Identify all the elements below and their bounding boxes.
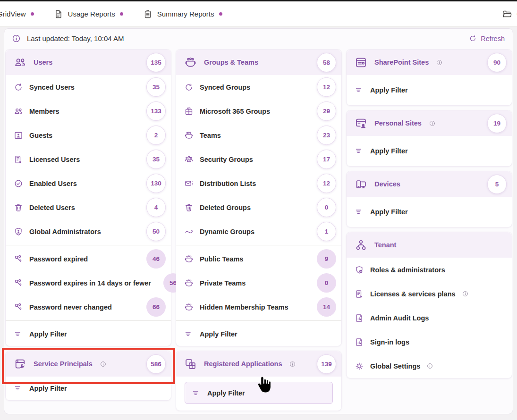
count-badge: 35 [146,77,166,97]
card-header-tenant[interactable]: Tenant [347,232,512,258]
apply-filter-button[interactable]: Apply Filter [347,136,512,166]
stat-row-dynamic-groups[interactable]: Dynamic Groups1 [176,219,341,244]
refresh-label: Refresh [481,35,505,42]
stat-row-global-settings[interactable]: Global Settings [347,354,512,378]
stat-row-password-expired[interactable]: Password expired46 [6,247,171,271]
count-badge: 12 [317,174,336,193]
people-community-icon [184,155,194,164]
stat-row-synced-users[interactable]: Synced Users35 [6,75,171,99]
tab-summary-reports[interactable]: Summary Reports [133,1,232,26]
card-header-registered-applications[interactable]: Registered Applications139 [176,351,341,377]
stat-row-password-never-changed[interactable]: Password never changed66 [6,295,171,319]
apply-filter-button[interactable]: Apply Filter [347,75,512,105]
unsaved-dot-icon [219,12,222,16]
count-badge: 586 [146,354,166,374]
info-icon [11,34,21,43]
trash-icon [184,203,194,212]
stat-row-licenses-services-plans[interactable]: Licenses & services plans [347,282,512,306]
shield-check-icon [355,265,364,275]
info-icon [436,59,443,66]
teams-icon [184,131,194,140]
stat-row-sign-in-logs[interactable]: Sign-in logs [347,330,512,354]
stat-label: Hidden Membership Teams [200,303,288,311]
card-sharepoint-sites: SharePoint Sites90Apply Filter [346,49,512,106]
stat-row-deleted-users[interactable]: Deleted Users4 [6,195,171,219]
tab-usage-reports[interactable]: Usage Reports [44,1,133,26]
apply-filter-button[interactable]: Apply Filter [6,377,171,400]
key-icon [14,254,23,264]
count-badge: 46 [146,249,166,269]
stat-label: Microsoft 365 Groups [200,108,270,115]
stat-label: Guests [29,132,52,139]
count-badge: 58 [317,53,336,72]
stat-row-roles-administrators[interactable]: Roles & administrators [347,258,512,282]
teams-icon [184,56,197,69]
stat-row-private-teams[interactable]: Private Teams0 [176,271,341,295]
stat-row-enabled-users[interactable]: Enabled Users130 [6,171,171,195]
cards-grid: Users135Synced Users35Members133Guests2L… [4,48,513,411]
card-header-users[interactable]: Users135 [6,50,171,75]
stat-row-microsoft-365-groups[interactable]: Microsoft 365 Groups29 [176,99,341,123]
browser-rows-icon [355,56,367,69]
stat-row-global-administrators[interactable]: Global Administrators50 [6,219,171,244]
apply-filter-button[interactable]: Apply Filter [176,322,341,346]
stat-row-public-teams[interactable]: Public Teams9 [176,247,341,271]
tab-gridview[interactable]: GridView [0,1,44,26]
filter-icon [14,384,23,393]
topbar-overflow-item[interactable]: C [502,1,517,26]
count-badge: 23 [317,126,336,145]
tab-label: Usage Reports [68,10,115,18]
stat-row-teams[interactable]: Teams23 [176,123,341,147]
stat-label: Enabled Users [29,180,77,187]
stat-row-admin-audit-logs[interactable]: Admin Audit Logs [347,306,512,330]
last-updated-text: Last updated: Today, 10:04 AM [27,34,124,42]
card-header-service-principals[interactable]: Service Principals586 [6,351,171,377]
gift-box-icon [184,107,194,116]
card-title: Registered Applications [204,360,282,368]
info-icon [429,120,436,127]
stat-row-password-expires-in-14-days-or-fewer[interactable]: Password expires in 14 days or fewer56 [6,271,171,295]
stat-label: Deleted Groups [200,204,251,211]
person-card-icon [14,131,23,140]
stat-row-deleted-groups[interactable]: Deleted Groups0 [176,195,341,219]
apply-filter-button[interactable]: Apply Filter [347,197,512,227]
stat-label: Deleted Users [29,204,75,211]
count-badge: 139 [317,354,336,374]
card-personal-sites: Personal Sites19Apply Filter [346,110,512,167]
stat-row-guests[interactable]: Guests2 [6,123,171,147]
stat-label: Password expired [29,255,88,263]
apply-filter-label: Apply Filter [370,147,408,155]
count-badge: 133 [146,101,166,121]
count-badge: 19 [487,114,507,133]
apply-filter-label: Apply Filter [370,208,408,216]
card-column-3: SharePoint Sites90Apply FilterPersonal S… [346,49,512,378]
count-badge: 35 [146,150,166,169]
stat-row-licensed-users[interactable]: Licensed Users35 [6,147,171,171]
card-header-devices[interactable]: Devices5 [347,171,512,197]
card-header-sharepoint-sites[interactable]: SharePoint Sites90 [347,50,512,75]
stat-label: Private Teams [200,279,246,287]
apply-filter-button[interactable]: Apply Filter [6,322,171,346]
count-badge: 0 [317,273,336,293]
stat-row-security-groups[interactable]: Security Groups17 [176,147,341,171]
key-icon [14,302,23,312]
stat-row-distribution-lists[interactable]: Distribution Lists12 [176,171,341,195]
stat-row-hidden-membership-teams[interactable]: Hidden Membership Teams14 [176,295,341,319]
card-header-personal-sites[interactable]: Personal Sites19 [347,110,512,136]
key-icon [14,278,23,288]
apply-filter-button[interactable]: Apply Filter [185,382,332,403]
app-wrench-icon [14,358,26,370]
stat-row-synced-groups[interactable]: Synced Groups12 [176,75,341,99]
stat-label: Global Settings [370,362,420,370]
stat-label: Security Groups [200,156,253,163]
info-icon [462,290,469,297]
refresh-button[interactable]: Refresh [469,34,506,42]
stat-row-members[interactable]: Members133 [6,99,171,123]
status-row: Last updated: Today, 10:04 AM Refresh [4,29,513,48]
card-registered-applications: Registered Applications139Apply Filter [176,351,342,411]
stat-label: Password never changed [29,303,112,311]
teams-icon [184,302,194,312]
apply-filter-label: Apply Filter [29,385,67,392]
info-icon [100,361,107,368]
card-header-groups-teams[interactable]: Groups & Teams58 [176,50,341,75]
